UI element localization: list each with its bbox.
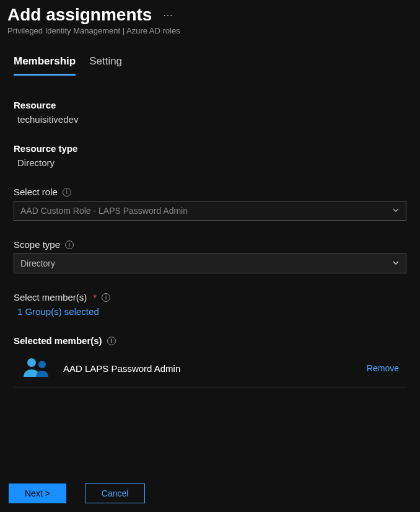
- member-name: AAD LAPS Password Admin: [63, 363, 367, 374]
- page-title: Add assignments: [7, 5, 152, 25]
- selected-members-section: Selected member(s) i AAD LAPS Password A…: [14, 335, 406, 387]
- tab-setting[interactable]: Setting: [89, 55, 122, 76]
- next-button[interactable]: Next >: [9, 483, 66, 503]
- select-role-value: AAD Custom Role - LAPS Password Admin: [20, 206, 188, 216]
- select-members-label: Select member(s): [14, 292, 87, 302]
- header: Add assignments ⋯ Privileged Identity Ma…: [0, 0, 420, 38]
- resource-label: Resource: [14, 100, 406, 110]
- field-resource: Resource techuisitivedev: [14, 100, 406, 125]
- svg-point-0: [27, 358, 36, 367]
- info-icon[interactable]: i: [65, 241, 74, 249]
- resource-type-label: Resource type: [14, 143, 406, 154]
- tab-membership[interactable]: Membership: [14, 55, 76, 76]
- chevron-down-icon: [392, 206, 400, 216]
- cancel-button[interactable]: Cancel: [85, 483, 146, 503]
- field-select-members: Select member(s) * i 1 Group(s) selected: [14, 292, 406, 317]
- member-row: AAD LAPS Password Admin Remove: [14, 350, 406, 387]
- field-select-role: Select role i AAD Custom Role - LAPS Pas…: [14, 187, 406, 221]
- scope-type-label: Scope type: [14, 239, 60, 250]
- scope-type-dropdown[interactable]: Directory: [14, 254, 406, 273]
- info-icon[interactable]: i: [102, 293, 110, 302]
- required-indicator: *: [93, 292, 97, 302]
- content: Resource techuisitivedev Resource type D…: [0, 76, 420, 387]
- more-icon[interactable]: ⋯: [163, 9, 173, 21]
- group-icon: [24, 356, 50, 381]
- select-role-label: Select role: [14, 187, 58, 197]
- field-resource-type: Resource type Directory: [14, 143, 406, 168]
- info-icon[interactable]: i: [107, 337, 116, 345]
- resource-type-value: Directory: [14, 157, 406, 168]
- selected-members-label: Selected member(s): [14, 335, 102, 346]
- footer: Next > Cancel: [9, 483, 145, 503]
- select-role-dropdown[interactable]: AAD Custom Role - LAPS Password Admin: [14, 201, 406, 221]
- svg-point-1: [38, 361, 46, 368]
- members-selected-link[interactable]: 1 Group(s) selected: [14, 306, 406, 317]
- breadcrumb: Privileged Identity Management | Azure A…: [7, 26, 413, 35]
- chevron-down-icon: [392, 258, 400, 268]
- tabs: Membership Setting: [0, 38, 420, 76]
- info-icon[interactable]: i: [63, 188, 71, 196]
- field-scope-type: Scope type i Directory: [14, 239, 406, 273]
- remove-link[interactable]: Remove: [367, 363, 399, 373]
- resource-value: techuisitivedev: [14, 114, 406, 125]
- scope-type-value: Directory: [20, 258, 55, 268]
